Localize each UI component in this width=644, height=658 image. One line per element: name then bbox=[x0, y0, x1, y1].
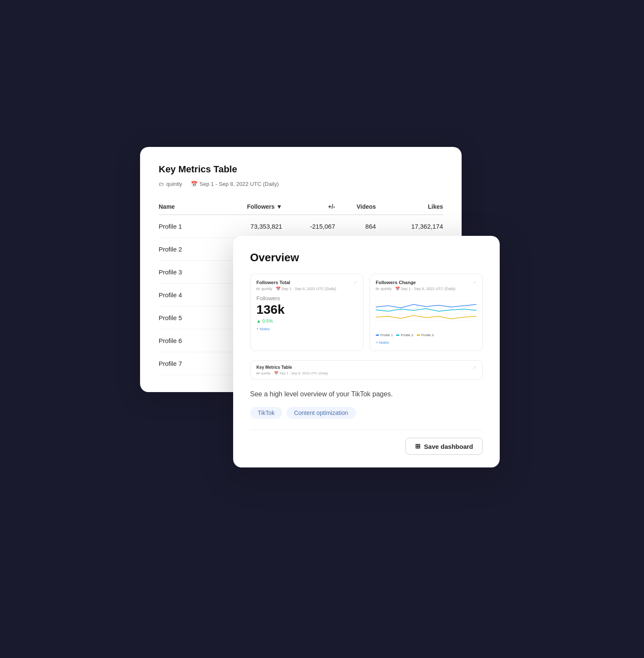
cell-likes: 17,362,174 bbox=[376, 215, 443, 238]
followers-change-title: Followers Change bbox=[376, 280, 456, 285]
up-arrow-icon: ▲ bbox=[256, 318, 261, 323]
change-notes[interactable]: + Notes bbox=[376, 340, 476, 345]
legend-profile1: Profile 1 bbox=[376, 333, 393, 337]
followers-label: Followers bbox=[256, 295, 357, 301]
dashboard-icon: ⊞ bbox=[415, 442, 421, 450]
followers-change: ▲ 0.5% bbox=[256, 318, 357, 323]
back-card-title: Key Metrics Table bbox=[159, 164, 443, 175]
followers-value: 136k bbox=[256, 302, 357, 317]
col-videos: Videos bbox=[335, 199, 376, 215]
line-chart-svg bbox=[376, 295, 476, 329]
followers-total-meta: 🗁 quintly 📅 Sep 1 - Sep 8, 2022 UTC (Dai… bbox=[256, 287, 336, 291]
date-range-meta: 📅 Sep 1 - Sep 8, 2022 UTC (Daily) bbox=[191, 181, 279, 187]
col-likes: Likes bbox=[376, 199, 443, 215]
followers-total-chart-card: Followers Total 🗁 quintly 📅 Sep 1 - Sep … bbox=[250, 274, 363, 351]
mini-table-title: Key Metrics Table bbox=[256, 365, 328, 370]
cell-name: Profile 2 bbox=[159, 238, 208, 261]
chart-legend: Profile 1 Profile 2 Profile 3 bbox=[376, 333, 476, 337]
followers-notes[interactable]: + Notes bbox=[256, 327, 357, 331]
back-card-meta: 🗁 quintly 📅 Sep 1 - Sep 8, 2022 UTC (Dai… bbox=[159, 181, 443, 187]
folder-icon: 🗁 bbox=[159, 181, 164, 187]
legend-profile2: Profile 2 bbox=[396, 333, 413, 337]
sort-icon: ▼ bbox=[276, 203, 282, 210]
workspace-meta: 🗁 quintly bbox=[159, 181, 182, 187]
mini-table-meta: 🗁 quintly 📅 Sep 1 - Sep 8, 2022 UTC (Dai… bbox=[256, 371, 328, 375]
col-change: +/- bbox=[282, 199, 335, 215]
card-footer: ⊞ Save dashboard bbox=[250, 430, 483, 455]
cell-name: Profile 4 bbox=[159, 284, 208, 307]
mini-expand-icon[interactable]: ⤢ bbox=[473, 365, 476, 375]
followers-change-chart-card: Followers Change 🗁 quintly 📅 Sep 1 - Sep… bbox=[369, 274, 483, 351]
cell-name: Profile 3 bbox=[159, 261, 208, 284]
tag-content-optimization[interactable]: Content optimization bbox=[286, 407, 356, 419]
expand-icon[interactable]: ⤢ bbox=[354, 280, 357, 285]
cell-videos: 864 bbox=[335, 215, 376, 238]
calendar-icon: 📅 bbox=[191, 181, 198, 187]
cell-name: Profile 5 bbox=[159, 307, 208, 329]
table-row: Profile 173,353,821-215,06786417,362,174 bbox=[159, 215, 443, 238]
save-button-label: Save dashboard bbox=[424, 443, 473, 450]
followers-total-title: Followers Total bbox=[256, 280, 336, 285]
cell-name: Profile 1 bbox=[159, 215, 208, 238]
tags-container: TikTok Content optimization bbox=[250, 407, 483, 419]
tag-tiktok[interactable]: TikTok bbox=[250, 407, 282, 419]
chart-previews: Followers Total 🗁 quintly 📅 Sep 1 - Sep … bbox=[250, 274, 483, 351]
overview-description: See a high level overview of your TikTok… bbox=[250, 389, 483, 399]
col-followers[interactable]: Followers ▼ bbox=[208, 199, 282, 215]
cell-name: Profile 6 bbox=[159, 329, 208, 352]
cell-followers: 73,353,821 bbox=[208, 215, 282, 238]
overview-card: Overview Followers Total 🗁 quintly 📅 Sep… bbox=[233, 236, 500, 467]
col-name: Name bbox=[159, 199, 208, 215]
save-dashboard-button[interactable]: ⊞ Save dashboard bbox=[405, 438, 483, 455]
legend-profile3: Profile 3 bbox=[417, 333, 434, 337]
cell-change: -215,067 bbox=[282, 215, 335, 238]
overview-title: Overview bbox=[250, 251, 483, 264]
expand-icon-2[interactable]: ⤢ bbox=[473, 280, 476, 285]
cell-name: Profile 7 bbox=[159, 352, 208, 375]
followers-change-meta: 🗁 quintly 📅 Sep 1 - Sep 8, 2022 UTC (Dai… bbox=[376, 287, 456, 291]
mini-table-preview: Key Metrics Table 🗁 quintly 📅 Sep 1 - Se… bbox=[250, 360, 483, 380]
